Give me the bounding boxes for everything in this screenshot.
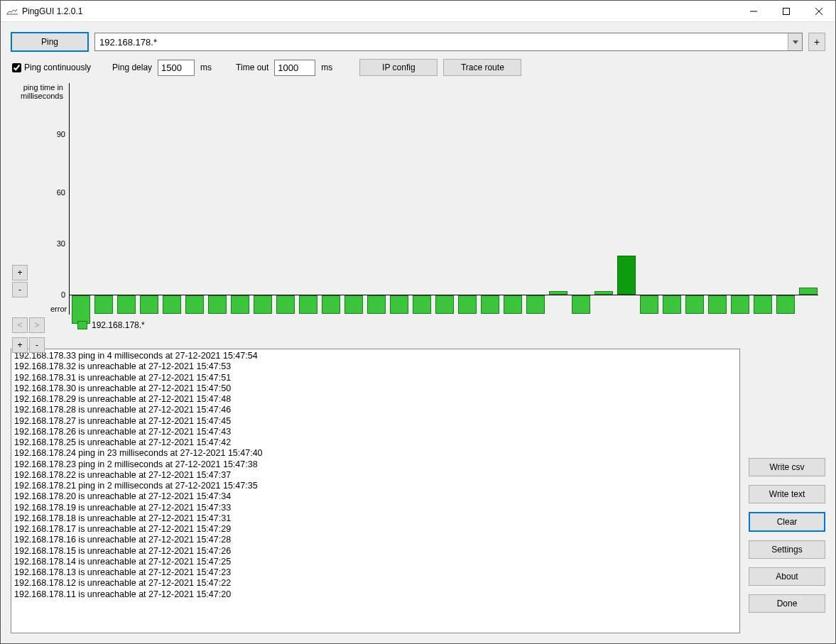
chart-bar [617,256,636,295]
chart-bar [435,295,454,314]
log-line: 192.168.178.24 ping in 23 milliseconds a… [14,448,737,459]
log-line: 192.168.178.19 is unreachable at 27-12-2… [14,503,737,513]
chart-bar [458,295,477,314]
chart-bar [208,295,227,314]
window-title: PingGUI 1.2.0.1 [22,6,82,16]
chart-bar [685,295,704,314]
log-line: 192.168.178.22 is unreachable at 27-12-2… [14,470,737,481]
log-line: 192.168.178.26 is unreachable at 27-12-2… [14,427,737,437]
log-line: 192.168.178.21 ping in 2 milliseconds at… [14,481,737,491]
ping-continuously-option[interactable]: Ping continuously [11,62,91,72]
address-dropdown-icon[interactable] [788,33,802,50]
chart-bars [72,83,818,315]
chart-bar [640,295,658,314]
chart-bar [276,295,295,314]
log-line: 192.168.178.12 is unreachable at 27-12-2… [14,578,737,589]
legend-label: 192.168.178.* [92,320,145,330]
chart-zoom-in-button[interactable]: + [12,265,28,280]
log-line: 192.168.178.29 is unreachable at 27-12-2… [14,394,737,405]
chart-bar [185,295,204,314]
chart-bar [663,295,681,314]
log-line: 192.168.178.15 is unreachable at 27-12-2… [14,546,737,557]
ping-delay-unit: ms [200,62,212,72]
log-line: 192.168.178.11 is unreachable at 27-12-2… [14,589,737,600]
chart-bar [481,295,499,314]
address-input[interactable] [95,33,788,50]
chart-bar [72,295,90,324]
chart-bar [344,295,363,314]
log-line: 192.168.178.18 is unreachable at 27-12-2… [14,513,737,524]
chart-tick: 90 [57,130,70,138]
write-csv-button[interactable]: Write csv [749,458,825,476]
address-combo[interactable] [94,33,803,51]
chart-tick: 60 [57,188,70,197]
add-address-button[interactable]: + [808,33,825,51]
chart-minus-button[interactable]: - [29,337,45,353]
ping-delay-input[interactable] [158,60,195,76]
log-line: 192.168.178.28 is unreachable at 27-12-2… [14,405,737,415]
traceroute-button[interactable]: Trace route [443,59,521,76]
log-line: 192.168.178.32 is unreachable at 27-12-2… [14,361,737,372]
chart-bar [140,295,158,314]
log-line: 192.168.178.31 is unreachable at 27-12-2… [14,373,737,383]
chart-bar [754,295,772,314]
timeout-label: Time out [236,62,268,72]
chart-plus-button[interactable]: + [12,337,28,353]
chart-bar [595,291,613,295]
chart-bar [549,291,568,295]
chart-y-label: ping time inmilliseconds [21,83,63,100]
close-button[interactable] [803,1,835,22]
chart-scroll-right-button[interactable]: > [29,317,45,333]
log-line: 192.168.178.33 ping in 4 milliseconds at… [14,351,737,361]
ping-continuously-label: Ping continuously [24,62,91,72]
ping-delay-label: Ping delay [112,62,152,72]
chart-bar [799,288,818,295]
chart-bar [94,295,113,314]
log-line: 192.168.178.30 is unreachable at 27-12-2… [14,383,737,394]
chart-zoom-out-button[interactable]: - [12,282,28,298]
chart-bar [731,295,749,314]
write-text-button[interactable]: Write text [749,485,825,503]
log-line: 192.168.178.27 is unreachable at 27-12-2… [14,416,737,427]
chart-scroll-left-button[interactable]: < [12,317,28,333]
titlebar: PingGUI 1.2.0.1 [1,1,835,22]
chart-bar [708,295,727,314]
maximize-button[interactable] [770,1,803,22]
ping-button[interactable]: Ping [11,32,89,52]
timeout-input[interactable] [274,60,315,76]
chart-bar [504,295,522,314]
chart-bar [163,295,181,314]
chart-bar [299,295,317,314]
chart-tick: 30 [57,239,70,248]
legend-swatch [77,321,87,329]
chart-bar [231,295,249,314]
ping-continuously-checkbox[interactable] [12,63,21,72]
timeout-unit: ms [321,62,332,72]
chart-bar [776,295,795,314]
log-line: 192.168.178.17 is unreachable at 27-12-2… [14,524,737,535]
chart-error-label: error [50,305,67,313]
chart-bar [390,295,408,314]
log-line: 192.168.178.16 is unreachable at 27-12-2… [14,535,737,545]
chart-bar [117,295,136,314]
log-line: 192.168.178.13 is unreachable at 27-12-2… [14,567,737,578]
settings-button[interactable]: Settings [749,540,825,559]
log-line: 192.168.178.23 ping in 2 milliseconds at… [14,459,737,470]
log-line: 192.168.178.14 is unreachable at 27-12-2… [14,557,737,567]
app-window: PingGUI 1.2.0.1 Ping + Ping continuously [0,0,836,644]
chart-bar [526,295,545,314]
done-button[interactable]: Done [749,594,825,613]
chart-bar [322,295,340,314]
chart-bar [254,295,272,314]
chart-bar [413,295,431,314]
clear-button[interactable]: Clear [749,512,825,532]
about-button[interactable]: About [749,567,825,586]
svg-rect-2 [783,8,790,14]
chart-y-axis: 0 30 60 90 [69,83,70,315]
log-output[interactable]: 192.168.178.33 ping in 4 milliseconds at… [11,349,740,633]
ipconfig-button[interactable]: IP config [359,59,438,76]
chart-bar [367,295,386,314]
chart-legend: 192.168.178.* [77,320,145,330]
log-line: 192.168.178.20 is unreachable at 27-12-2… [14,491,737,502]
minimize-button[interactable] [737,1,770,22]
